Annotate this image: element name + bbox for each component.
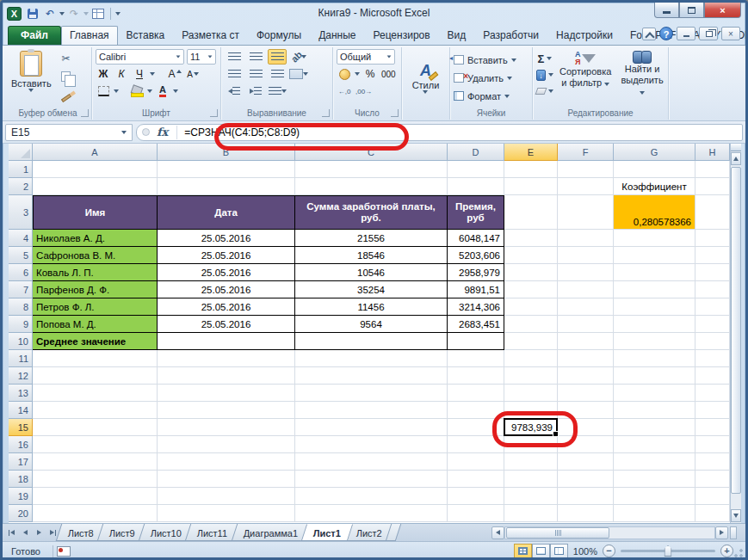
decrease-indent-button[interactable] [225, 83, 244, 99]
number-dialog-launcher[interactable] [391, 109, 399, 117]
cell-H15[interactable] [695, 419, 730, 436]
row-header-9[interactable]: 9 [9, 316, 33, 333]
cell-C3[interactable]: Сумма заработной платы, руб. [295, 195, 448, 230]
cell-B2[interactable] [158, 178, 295, 195]
hscroll-split-handle[interactable] [730, 526, 737, 539]
borders-dropdown-icon[interactable] [114, 89, 119, 93]
hscroll-track[interactable] [504, 526, 715, 539]
cell-D13[interactable] [448, 385, 504, 402]
column-header-A[interactable]: A [33, 144, 158, 161]
cell-F13[interactable] [558, 385, 614, 402]
align-left-button[interactable] [225, 66, 244, 82]
column-header-D[interactable]: D [448, 144, 504, 161]
cell-D3[interactable]: Премия, руб [448, 195, 504, 230]
cell-H12[interactable] [695, 367, 730, 385]
hscroll-right-button[interactable] [715, 526, 728, 539]
cell-A9[interactable]: Попова М. Д. [33, 316, 158, 333]
cell-F14[interactable] [558, 402, 614, 419]
formula-field[interactable]: fx =СРЗНАЧ(C4:D5;C8:D9) [136, 124, 743, 141]
cell-E12[interactable] [504, 367, 558, 385]
cell-E9[interactable] [504, 316, 558, 333]
column-header-B[interactable]: B [158, 144, 295, 161]
autosum-button[interactable]: Σ [536, 52, 553, 65]
cell-H3[interactable] [695, 195, 730, 230]
save-button[interactable] [25, 7, 40, 22]
cell-D9[interactable]: 2683,451 [448, 316, 504, 333]
font-color-button[interactable]: А [155, 83, 170, 99]
row-header-4[interactable]: 4 [9, 230, 33, 247]
cell-H13[interactable] [695, 385, 730, 402]
cell-E8[interactable] [504, 298, 558, 316]
decrease-decimal-button[interactable]: ,00→ [355, 83, 373, 99]
cell-H9[interactable] [695, 316, 730, 333]
cell-H10[interactable] [695, 333, 730, 350]
cell-D4[interactable]: 6048,147 [448, 230, 504, 247]
cell-C1[interactable] [295, 161, 448, 178]
cell-B17[interactable] [158, 453, 295, 471]
cell-H7[interactable] [695, 281, 730, 298]
row-header-15[interactable]: 15 [9, 419, 33, 436]
help-icon[interactable]: ? [659, 27, 673, 40]
accounting-dropdown-icon[interactable] [355, 72, 360, 76]
column-header-E[interactable]: E [504, 144, 558, 161]
fill-color-button[interactable] [129, 83, 145, 99]
insert-cells-button[interactable]: Вставить [454, 52, 516, 68]
cell-C5[interactable]: 18546 [295, 247, 448, 264]
cell-H5[interactable] [695, 247, 730, 264]
orientation-button[interactable]: ab [289, 49, 308, 65]
cell-G16[interactable] [614, 436, 695, 453]
row-header-12[interactable]: 12 [9, 367, 33, 385]
tab-Вид[interactable]: Вид [439, 26, 475, 45]
cell-C16[interactable] [295, 436, 448, 453]
cell-G17[interactable] [614, 453, 695, 471]
row-header-19[interactable]: 19 [9, 488, 33, 505]
workbook-close-button[interactable]: × [721, 27, 740, 40]
cell-G13[interactable] [614, 385, 695, 402]
styles-button[interactable]: А Стили [409, 60, 443, 95]
cell-E14[interactable] [504, 402, 558, 419]
cell-G8[interactable] [614, 298, 695, 316]
qat-more-icon[interactable] [115, 12, 121, 15]
cell-A4[interactable]: Николаев А. Д. [33, 230, 158, 247]
tab-Разработчи[interactable]: Разработчи [474, 26, 547, 45]
cell-D15[interactable] [448, 419, 504, 436]
cell-B20[interactable] [158, 505, 295, 522]
cell-G18[interactable] [614, 471, 695, 488]
font-dialog-launcher[interactable] [210, 109, 218, 117]
cell-F9[interactable] [558, 316, 614, 333]
cell-B18[interactable] [158, 471, 295, 488]
cell-F3[interactable] [558, 195, 614, 230]
custom-qat-button[interactable] [90, 7, 106, 22]
cell-C8[interactable]: 11456 [295, 298, 448, 316]
format-cells-button[interactable]: Формат [454, 88, 516, 104]
merge-center-button[interactable] [289, 66, 308, 82]
cell-C15[interactable] [295, 419, 448, 436]
name-box-dropdown-icon[interactable] [121, 131, 127, 134]
grow-font-button[interactable]: А [167, 66, 182, 82]
undo-dropdown-icon[interactable] [59, 12, 65, 15]
first-sheet-button[interactable] [5, 526, 18, 539]
increase-indent-button[interactable] [246, 83, 265, 99]
underline-dropdown-icon[interactable] [150, 72, 155, 76]
cell-D19[interactable] [448, 488, 504, 505]
align-bottom-button[interactable] [268, 49, 287, 65]
row-header-1[interactable]: 1 [9, 161, 33, 178]
name-box[interactable]: E15 [5, 124, 133, 141]
cell-A2[interactable] [33, 178, 158, 195]
cell-E13[interactable] [504, 385, 558, 402]
cell-D14[interactable] [448, 402, 504, 419]
macro-record-icon[interactable] [57, 546, 71, 557]
font-color-dropdown-icon[interactable] [173, 89, 178, 93]
cell-F17[interactable] [558, 453, 614, 471]
cell-B11[interactable] [158, 350, 295, 367]
cell-F8[interactable] [558, 298, 614, 316]
cell-D20[interactable] [448, 505, 504, 522]
comma-style-button[interactable]: 000 [380, 66, 397, 82]
undo-button[interactable]: ↶ [42, 7, 58, 22]
cell-H18[interactable] [695, 471, 730, 488]
row-header-20[interactable]: 20 [9, 505, 33, 522]
cell-H19[interactable] [695, 488, 730, 505]
cell-C2[interactable] [295, 178, 448, 195]
resize-grip[interactable] [733, 548, 744, 558]
cell-H8[interactable] [695, 298, 730, 316]
